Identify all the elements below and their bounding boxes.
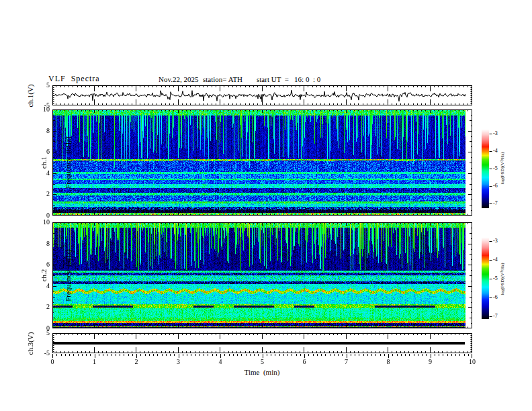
ch1-spec-y-tick-label: 8 — [34, 127, 50, 135]
time-tick-label: 6 — [298, 358, 311, 366]
time-tick-label: 9 — [424, 358, 437, 366]
colorbar-ch1 — [482, 129, 493, 208]
ch1-spec-y-tick-label: 10 — [34, 105, 50, 113]
ch1-spec-y-tick-label: 2 — [34, 190, 50, 198]
ch2-spec-y-tick-label: 10 — [34, 218, 50, 226]
colorbar1-tick-label: -4 — [493, 148, 505, 154]
ch1-waveform-canvas — [52, 85, 472, 105]
time-tick-label: 4 — [214, 358, 227, 366]
ch1-spec-y-tick-label: 6 — [34, 148, 50, 156]
station-label: station= ATH — [203, 75, 242, 84]
ch2-spec-y-tick-label: 4 — [34, 282, 50, 290]
time-tick-label: 7 — [340, 358, 353, 366]
time-tick-label: 1 — [88, 358, 101, 366]
time-tick-label: 2 — [130, 358, 143, 366]
colorbar2-tick-label: -6 — [493, 294, 505, 301]
time-tick-label: 5 — [256, 358, 269, 366]
colorbar1-tick-label: -3 — [493, 130, 505, 137]
colorbar2-tick-label: -5 — [493, 275, 505, 282]
start-ut-label: start UT = 16: 0 : 0 — [257, 75, 320, 84]
colorbar1-tick-label: -5 — [493, 165, 505, 172]
time-tick-label: 3 — [172, 358, 185, 366]
ch2-spectrogram-canvas — [52, 222, 472, 328]
ch2-axis-frequency: Frequency (kHz) — [64, 225, 72, 326]
figure-title: VLF Spectra — [48, 75, 100, 83]
ch3-waveform-canvas — [52, 333, 472, 353]
date-label: Nov.22, 2025 — [159, 75, 198, 84]
colorbar2-tick-label: -3 — [493, 238, 505, 244]
time-tick-label: 0 — [46, 358, 59, 366]
ch1-axis-frequency: Frequency (kHz) — [64, 112, 72, 213]
ch1-spec-y-tick-label: 4 — [34, 169, 50, 177]
ch3-wave-y-tick-label: -5 — [34, 349, 50, 357]
colorbar1-tick-label: -7 — [493, 200, 505, 207]
colorbar-ch2 — [482, 237, 493, 319]
time-tick-label: 8 — [382, 358, 395, 366]
colorbar1-tick-label: -6 — [493, 183, 505, 189]
time-tick-label: 10 — [466, 358, 479, 366]
vlf-spectra-figure: VLF Spectra Nov.22, 2025 station= ATH st… — [0, 0, 532, 411]
ch1-spectrogram-canvas — [52, 109, 472, 216]
ch2-spec-y-tick-label: 2 — [34, 303, 50, 311]
colorbar2-tick-label: -7 — [493, 313, 505, 320]
ch2-spec-y-tick-label: 6 — [34, 261, 50, 269]
colorbar2-tick-label: -4 — [493, 257, 505, 263]
ch1-wave-y-tick-label: 5 — [34, 81, 50, 89]
time-axis-label: Time (min) — [227, 368, 297, 376]
ch3-wave-y-tick-label: 5 — [34, 329, 50, 337]
ch2-spec-y-tick-label: 8 — [34, 240, 50, 248]
